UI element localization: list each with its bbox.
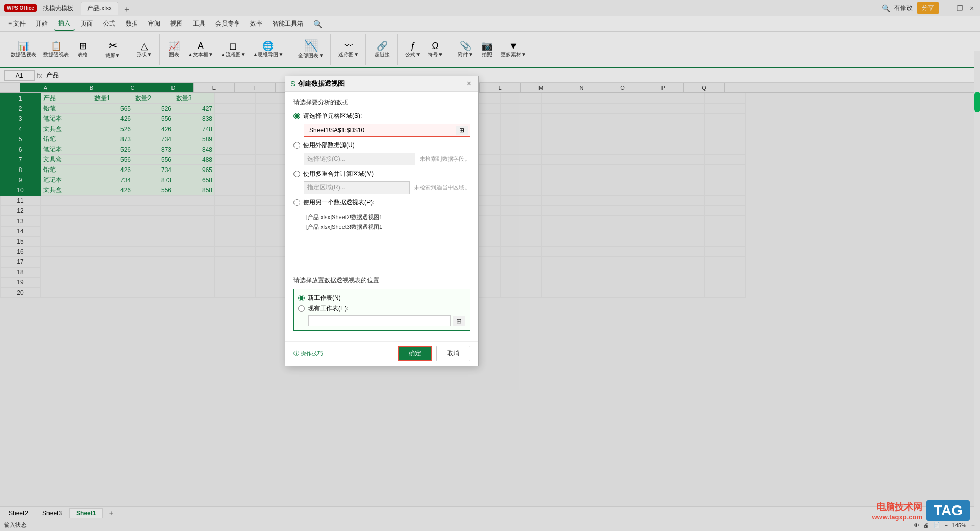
location-input-row: ⊞ <box>308 315 465 326</box>
dialog-title-icon: S <box>290 80 295 88</box>
external-hint: 未检索到数据字段。 <box>420 155 470 163</box>
multi-range-row: 指定区域(R)... 未检索到适当中区域。 <box>304 181 470 194</box>
cancel-button[interactable]: 取消 <box>436 346 470 361</box>
radio-cell-range[interactable]: 请选择单元格区域(S): <box>293 112 470 120</box>
dialog-footer: ⓘ 操作技巧 确定 取消 <box>285 341 478 366</box>
radio-multi-range[interactable]: 使用多重合并计算区域(M) <box>293 170 470 178</box>
location-new-sheet[interactable]: 新工作表(N) <box>298 294 465 302</box>
help-icon: ⓘ <box>293 350 299 357</box>
radio-multi-input[interactable] <box>293 171 300 177</box>
range-select-button[interactable]: ⊞ <box>456 126 468 135</box>
multi-range-hint: 未检索到适当中区域。 <box>414 184 470 191</box>
radio-pivot-label: 使用另一个数据透视表(P): <box>303 198 374 207</box>
radio-external-data[interactable]: 使用外部数据源(U) <box>293 141 470 150</box>
dialog-footer-buttons: 确定 取消 <box>398 346 470 361</box>
section2-title: 请选择放置数据透视视表的位置 <box>293 276 470 285</box>
specify-range-btn[interactable]: 指定区域(R)... <box>304 181 410 194</box>
select-link-btn[interactable]: 选择链接(C)... <box>304 153 415 165</box>
section1-title: 请选择要分析的数据 <box>293 98 470 107</box>
ok-button[interactable]: 确定 <box>398 346 432 361</box>
radio-another-pivot[interactable]: 使用另一个数据透视表(P): <box>293 198 470 207</box>
location-existing-label: 现有工作表(E): <box>308 304 348 313</box>
location-new-label: 新工作表(N) <box>308 294 341 302</box>
location-new-input[interactable] <box>298 295 305 301</box>
location-select-button[interactable]: ⊞ <box>453 316 465 326</box>
radio-external-label: 使用外部数据源(U) <box>303 141 355 150</box>
pivot-table-list[interactable]: [产品.xlsx]Sheet2!数据透视图1 [产品.xlsx]Sheet3!数… <box>304 210 470 271</box>
dialog-close-button[interactable]: × <box>464 79 473 88</box>
external-data-row: 选择链接(C)... 未检索到数据字段。 <box>304 153 470 165</box>
pivot-list-item-1[interactable]: [产品.xlsx]Sheet2!数据透视图1 <box>306 212 468 222</box>
location-existing-sheet[interactable]: 现有工作表(E): <box>298 304 465 313</box>
dialog-overlay: S 创建数据透视图 × 请选择要分析的数据 请选择单元格区域(S): ⊞ 使用外… <box>0 0 980 531</box>
help-label: 操作技巧 <box>301 350 323 357</box>
help-link[interactable]: ⓘ 操作技巧 <box>293 350 323 357</box>
radio-cell-range-label: 请选择单元格区域(S): <box>303 112 362 120</box>
radio-cell-range-input[interactable] <box>293 113 300 119</box>
location-input-field[interactable] <box>308 315 451 326</box>
radio-multi-label: 使用多重合并计算区域(M) <box>303 170 374 178</box>
dialog-title-text: 创建数据透视图 <box>298 79 464 88</box>
radio-external-input[interactable] <box>293 142 300 149</box>
create-pivot-chart-dialog: S 创建数据透视图 × 请选择要分析的数据 请选择单元格区域(S): ⊞ 使用外… <box>285 76 479 366</box>
pivot-list-item-2[interactable]: [产品.xlsx]Sheet3!数据透视图1 <box>306 222 468 232</box>
range-input-field[interactable] <box>306 125 454 135</box>
range-input-row: ⊞ <box>304 124 470 137</box>
dialog-title-bar: S 创建数据透视图 × <box>285 76 478 92</box>
location-section: 新工作表(N) 现有工作表(E): ⊞ <box>293 289 470 331</box>
dialog-body: 请选择要分析的数据 请选择单元格区域(S): ⊞ 使用外部数据源(U) 选择链接… <box>285 92 478 341</box>
radio-pivot-input[interactable] <box>293 199 300 206</box>
location-existing-input[interactable] <box>298 305 305 312</box>
